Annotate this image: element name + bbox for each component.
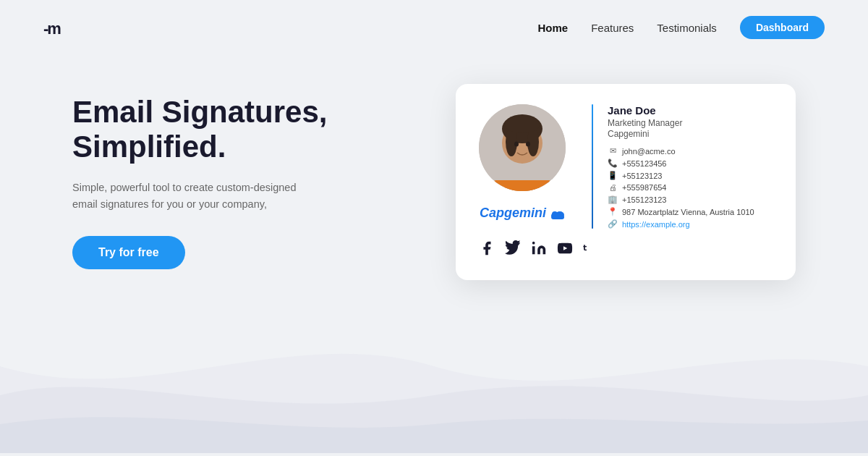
logo: -m xyxy=(43,16,60,39)
sig-divider xyxy=(592,104,593,229)
wave-background xyxy=(0,308,868,456)
phone-icon: 📞 xyxy=(608,159,618,168)
try-for-free-button[interactable]: Try for free xyxy=(72,236,185,269)
email-icon: ✉ xyxy=(608,146,618,156)
hero-title: Email Signatures, Simplified. xyxy=(72,95,376,165)
tumblr-icon[interactable]: ᵗ xyxy=(583,242,587,258)
nav-links: Home Features Testimonials Dashboard xyxy=(537,16,825,39)
fax-icon: 🖨 xyxy=(608,183,618,192)
nav-features[interactable]: Features xyxy=(591,22,634,34)
sig-top: Capgemini Jane Doe Mark xyxy=(479,104,773,229)
dashboard-button[interactable]: Dashboard xyxy=(740,16,825,39)
sig-fax: +555987654 xyxy=(622,183,666,192)
sig-email-row: ✉ john@acme.co xyxy=(608,146,773,156)
avatar xyxy=(479,104,566,191)
sig-name: Jane Doe xyxy=(608,104,773,117)
link-icon: 🔗 xyxy=(608,219,618,229)
svg-point-7 xyxy=(514,142,519,147)
sig-phone2: +55123123 xyxy=(622,172,662,180)
sig-address: 987 Mozartplatz Vienna, Austria 1010 xyxy=(622,208,754,216)
hero-subtitle: Simple, powerful tool to create custom-d… xyxy=(72,180,318,213)
hero-text: Email Signatures, Simplified. Simple, po… xyxy=(72,95,376,269)
sig-email: john@acme.co xyxy=(622,147,676,156)
svg-point-6 xyxy=(505,116,540,133)
sig-mobile-row: 🏢 +155123123 xyxy=(608,195,773,204)
sig-role: Marketing Manager xyxy=(608,118,773,128)
svg-rect-9 xyxy=(493,180,551,191)
hero-section: Email Signatures, Simplified. Simple, po… xyxy=(0,55,868,280)
sig-website[interactable]: https://example.org xyxy=(622,220,690,229)
twitter-icon[interactable] xyxy=(505,240,521,260)
svg-rect-13 xyxy=(551,215,564,219)
navbar: -m Home Features Testimonials Dashboard xyxy=(0,0,868,55)
location-icon: 📍 xyxy=(608,207,618,216)
signature-card-wrapper: Capgemini Jane Doe Mark xyxy=(456,84,796,280)
sig-avatar-area: Capgemini xyxy=(479,104,566,229)
sig-mobile: +155123123 xyxy=(622,195,666,204)
svg-point-8 xyxy=(526,142,530,147)
mobile-icon: 📱 xyxy=(608,171,618,180)
sig-socials: ᵗ xyxy=(479,240,773,260)
sig-phone1-row: 📞 +555123456 xyxy=(608,159,773,168)
sig-phone1: +555123456 xyxy=(622,159,666,168)
nav-home[interactable]: Home xyxy=(537,22,568,34)
logo-dash: -m xyxy=(43,20,60,38)
sig-company-name: Capgemini xyxy=(608,129,773,139)
youtube-icon[interactable] xyxy=(557,240,573,260)
building-icon: 🏢 xyxy=(608,195,618,204)
linkedin-icon[interactable] xyxy=(531,240,547,260)
signature-card: Capgemini Jane Doe Mark xyxy=(456,84,796,280)
sig-address-row: 📍 987 Mozartplatz Vienna, Austria 1010 xyxy=(608,207,773,216)
sig-website-row: 🔗 https://example.org xyxy=(608,219,773,229)
cloud-icon xyxy=(550,208,565,219)
sig-fax-row: 🖨 +555987654 xyxy=(608,183,773,192)
sig-company-logo: Capgemini xyxy=(480,206,565,221)
sig-phone2-row: 📱 +55123123 xyxy=(608,171,773,180)
sig-details: ✉ john@acme.co 📞 +555123456 📱 +55123123 xyxy=(608,146,773,229)
sig-info: Jane Doe Marketing Manager Capgemini ✉ j… xyxy=(608,104,773,229)
sig-logo-text: Capgemini xyxy=(480,206,546,221)
nav-testimonials[interactable]: Testimonials xyxy=(657,22,717,34)
facebook-icon[interactable] xyxy=(479,240,495,260)
